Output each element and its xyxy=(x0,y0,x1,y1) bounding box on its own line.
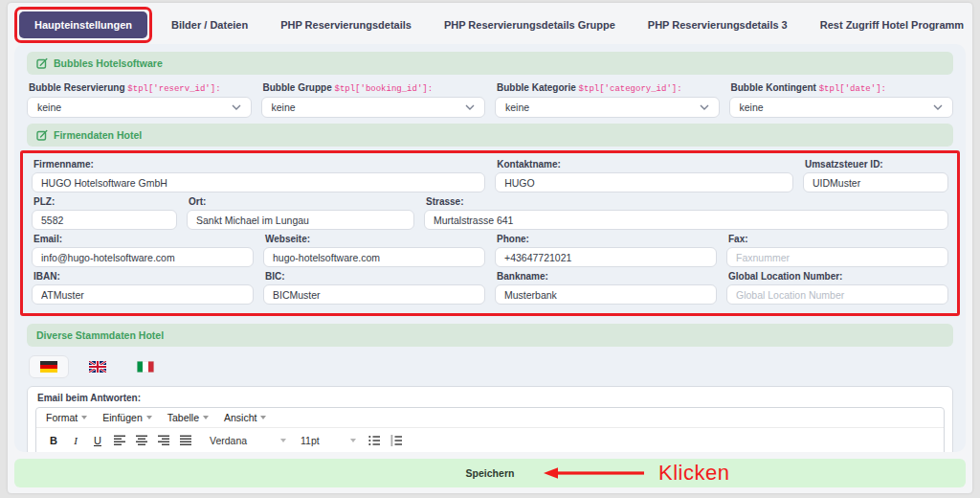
umsatzsteuer-input[interactable] xyxy=(803,172,948,192)
webseite-input[interactable] xyxy=(263,247,485,267)
tab-bilder-dateien[interactable]: Bilder / Dateien xyxy=(158,11,261,38)
email-antworten-box: Email beim Antworten: Format Einfügen Ta… xyxy=(27,386,953,452)
chevron-down-icon xyxy=(700,104,709,110)
align-left-button[interactable] xyxy=(110,432,129,449)
bic-label: BIC: xyxy=(265,271,485,282)
email-antworten-label: Email beim Antworten: xyxy=(37,393,945,403)
bold-button[interactable]: B xyxy=(44,432,63,449)
firmenname-label: Firmenname: xyxy=(33,159,485,170)
speichern-button[interactable]: Speichern Klicken xyxy=(14,459,966,487)
section-header-firmendaten: Firmendaten Hotel xyxy=(27,124,953,147)
tab-haupteinstellungen[interactable]: Haupteinstellungen xyxy=(19,11,147,38)
strasse-field: Strasse: xyxy=(424,192,948,230)
chevron-down-icon xyxy=(232,104,241,110)
settings-panel: Bubbles Hotelsoftware Bubble Reservierun… xyxy=(14,44,966,452)
phone-input[interactable] xyxy=(495,247,717,267)
german-language-tab[interactable] xyxy=(29,355,69,378)
bic-input[interactable] xyxy=(263,284,485,305)
strasse-input[interactable] xyxy=(424,210,948,230)
kontaktname-input[interactable] xyxy=(495,172,793,192)
tab-php-reservierungsdetails-gruppe[interactable]: PHP Reservierungsdetails Gruppe xyxy=(431,11,629,38)
bubble-kontingent-select[interactable]: keine xyxy=(729,97,954,118)
email-label: Email: xyxy=(33,234,254,244)
bankname-input[interactable] xyxy=(495,284,717,305)
tpl-code: $tpl['category_id']: xyxy=(579,84,682,94)
tpl-code: $tpl['booking_id']: xyxy=(335,84,434,94)
section-title: Bubbles Hotelsoftware xyxy=(54,57,163,69)
english-language-tab[interactable] xyxy=(78,356,117,377)
caret-down-icon xyxy=(203,416,209,419)
firmenname-field: Firmenname: xyxy=(32,155,485,192)
firmendaten-row-4: IBAN: BIC: Bankname: Global Location Num… xyxy=(32,267,948,305)
section-title: Diverse Stammdaten Hotel xyxy=(36,329,164,341)
tab-php-reservierungsdetails-3[interactable]: PHP Reservierungsdetails 3 xyxy=(635,11,801,38)
menu-format[interactable]: Format xyxy=(46,412,87,423)
italic-button[interactable]: I xyxy=(66,432,85,449)
font-size-select[interactable]: 11pt xyxy=(295,435,362,446)
fax-field: Fax: xyxy=(726,230,948,267)
klicken-annotation: Klicken xyxy=(544,461,729,486)
gln-label: Global Location Number: xyxy=(728,271,948,282)
menu-tabelle[interactable]: Tabelle xyxy=(167,412,209,423)
bubble-gruppe-select[interactable]: keine xyxy=(261,97,486,118)
tab-php-reservierungsdetails[interactable]: PHP Reservierungsdetails xyxy=(267,11,425,38)
umsatzsteuer-label: Umsatzsteuer ID: xyxy=(805,159,948,170)
bubble-reservierung-select[interactable]: keine xyxy=(27,97,252,118)
gln-field: Global Location Number: xyxy=(726,267,948,305)
editor-toolbar: B I U Verdana 11pt xyxy=(36,428,944,452)
gln-input[interactable] xyxy=(726,284,948,305)
bullet-list-button[interactable] xyxy=(365,432,384,449)
firmendaten-row-3: Email: Webseite: Phone: Fax: xyxy=(32,230,948,267)
align-center-button[interactable] xyxy=(132,432,151,449)
italian-language-tab[interactable] xyxy=(126,356,165,377)
plz-label: PLZ: xyxy=(33,196,177,207)
uk-flag-icon xyxy=(89,361,106,373)
caret-down-icon xyxy=(260,416,266,419)
menu-ansicht[interactable]: Ansicht xyxy=(224,412,266,423)
align-right-icon xyxy=(158,435,170,446)
tab-bar: Haupteinstellungen Bilder / Dateien PHP … xyxy=(14,8,966,42)
caret-down-icon xyxy=(280,439,286,442)
numbered-list-button[interactable] xyxy=(387,432,406,449)
german-flag-icon xyxy=(40,361,57,373)
tpl-code: $tpl['reserv_id']: xyxy=(127,84,220,94)
menu-einfuegen[interactable]: Einfügen xyxy=(102,412,151,423)
firmenname-input[interactable] xyxy=(32,172,485,192)
bankname-field: Bankname: xyxy=(495,267,717,305)
strasse-label: Strasse: xyxy=(426,196,948,207)
fax-label: Fax: xyxy=(728,234,948,244)
bubble-gruppe-label: Bubble Gruppe $tpl['booking_id']: xyxy=(263,82,486,94)
speichern-label: Speichern xyxy=(466,467,515,479)
editor-menubar: Format Einfügen Tabelle Ansicht xyxy=(36,408,944,428)
align-justify-button[interactable] xyxy=(176,432,195,449)
bubble-reservierung-field: Bubble Reservierung $tpl['reserv_id']: k… xyxy=(27,79,252,118)
firmendaten-row-1: Firmenname: Kontaktname: Umsatzsteuer ID… xyxy=(32,155,948,192)
ort-input[interactable] xyxy=(187,210,414,230)
kontaktname-field: Kontaktname: xyxy=(495,155,793,192)
align-left-icon xyxy=(114,435,126,446)
red-annotation-firmendaten-box: Firmenname: Kontaktname: Umsatzsteuer ID… xyxy=(20,150,960,316)
bubble-kategorie-field: Bubble Kategorie $tpl['category_id']: ke… xyxy=(495,79,720,118)
plz-input[interactable] xyxy=(32,210,177,230)
fax-input[interactable] xyxy=(726,247,948,267)
tab-rest-zugriff-hotel-programm[interactable]: Rest Zugriff Hotel Programm xyxy=(807,11,977,38)
webseite-field: Webseite: xyxy=(263,230,485,267)
bubble-gruppe-field: Bubble Gruppe $tpl['booking_id']: keine xyxy=(261,79,486,118)
caret-down-icon xyxy=(81,416,87,419)
bubble-reservierung-label: Bubble Reservierung $tpl['reserv_id']: xyxy=(29,82,252,94)
italian-flag-icon xyxy=(137,361,154,373)
language-flag-tabs xyxy=(29,355,953,378)
font-family-select[interactable]: Verdana xyxy=(204,435,292,446)
phone-field: Phone: xyxy=(495,230,717,267)
bic-field: BIC: xyxy=(263,267,485,305)
underline-button[interactable]: U xyxy=(88,432,107,449)
bubble-kategorie-select[interactable]: keine xyxy=(495,97,720,118)
email-input[interactable] xyxy=(32,247,254,267)
align-justify-icon xyxy=(180,435,192,446)
firmendaten-row-2: PLZ: Ort: Strasse: xyxy=(32,192,948,230)
iban-input[interactable] xyxy=(32,284,254,305)
bubble-kontingent-label: Bubble Kontingent $tpl['date']: xyxy=(731,82,954,94)
align-right-button[interactable] xyxy=(154,432,173,449)
section-title: Firmendaten Hotel xyxy=(54,129,142,141)
caret-down-icon xyxy=(350,439,356,442)
